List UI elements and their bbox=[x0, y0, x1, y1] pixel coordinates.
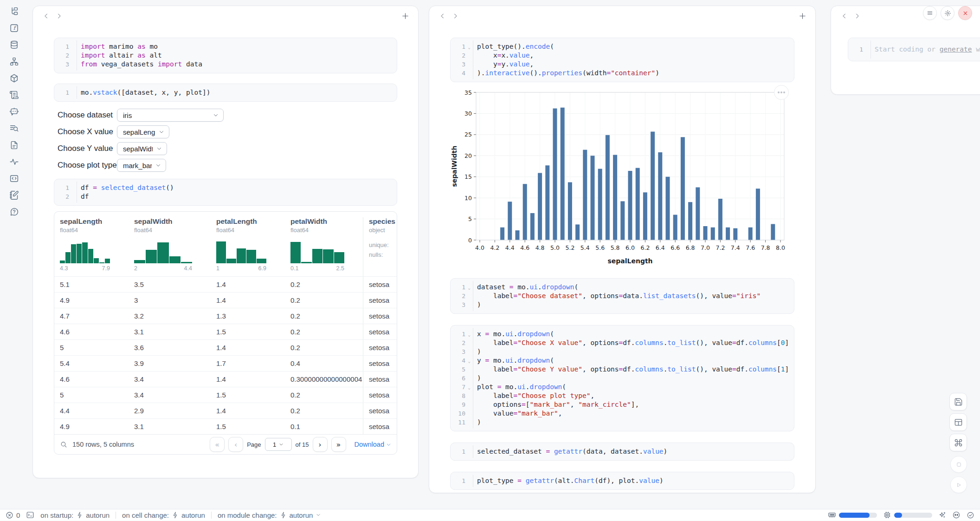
gear-icon bbox=[944, 10, 951, 17]
table-row: 4.63.41.40.30000000000000004setosa bbox=[54, 371, 397, 387]
settings-button[interactable] bbox=[941, 6, 954, 20]
code-line: 1import marimo as mo bbox=[54, 42, 397, 51]
table-cell: 0.30000000000000004 bbox=[285, 375, 363, 383]
help-icon bbox=[9, 207, 19, 217]
column-prev-button[interactable] bbox=[39, 9, 52, 22]
svg-text:4.8: 4.8 bbox=[535, 244, 545, 251]
sidebar-item-scratchpad[interactable] bbox=[0, 187, 28, 203]
fold-chevron-icon[interactable]: ⌄ bbox=[468, 359, 471, 364]
column-prev-button[interactable] bbox=[436, 9, 449, 22]
logs-icon bbox=[9, 90, 19, 100]
code-editor[interactable]: 1mo.vstack([dataset, x, y, plot]) bbox=[54, 84, 397, 102]
table-cell: 4.7 bbox=[54, 312, 129, 320]
column-next-button[interactable] bbox=[449, 9, 462, 22]
menu-button[interactable] bbox=[923, 6, 937, 20]
sidebar-item-packages[interactable] bbox=[0, 70, 28, 86]
sidebar-item-logs[interactable] bbox=[0, 86, 28, 103]
fold-chevron-icon[interactable]: ⌄ bbox=[468, 386, 471, 390]
sidebar-item-variables[interactable] bbox=[0, 120, 28, 137]
choose-plot-type-select[interactable]: mark_bar bbox=[117, 159, 166, 172]
code-line: 2 label="Choose dataset", options=data.l… bbox=[451, 292, 794, 300]
sidebar-item-functions[interactable]: f bbox=[0, 20, 28, 36]
table-row: 53.61.40.2setosa bbox=[54, 339, 397, 355]
last-page-button[interactable]: » bbox=[331, 437, 346, 452]
column-header-petalLength[interactable]: petalLengthfloat6416.9 bbox=[211, 217, 285, 276]
copilot-button[interactable] bbox=[952, 511, 961, 519]
control-label: Choose Y value bbox=[58, 144, 117, 153]
first-page-button[interactable]: « bbox=[210, 437, 225, 452]
table-row: 5.43.91.70.4setosa bbox=[54, 355, 397, 371]
code-editor[interactable]: 1plot_type = getattr(alt.Chart(df), plot… bbox=[450, 472, 794, 490]
code-line: 1Start coding or generate with bbox=[848, 45, 980, 54]
cell-vstack: 1mo.vstack([dataset, x, y, plot]) Choose… bbox=[54, 84, 397, 179]
prev-page-button[interactable]: ‹ bbox=[228, 437, 243, 452]
terminal-button[interactable] bbox=[26, 511, 34, 519]
svg-text:5.6: 5.6 bbox=[595, 244, 605, 251]
sidebar-item-help[interactable] bbox=[0, 203, 28, 220]
bar-chart[interactable]: 051015202530354.04.24.44.64.85.05.25.45.… bbox=[450, 85, 794, 267]
fold-chevron-icon[interactable]: ⌄ bbox=[468, 286, 471, 290]
column-header-species[interactable]: speciesobjectunique:nulls: bbox=[363, 217, 397, 276]
on-cell-change-setting[interactable]: on cell change: autorun bbox=[122, 511, 205, 519]
error-count: 0 bbox=[6, 511, 20, 519]
stop-button[interactable] bbox=[950, 456, 967, 473]
save-button[interactable] bbox=[949, 393, 967, 410]
keyboard-shortcuts-button[interactable] bbox=[949, 434, 967, 451]
column-prev-button[interactable] bbox=[838, 9, 851, 22]
menu-icon bbox=[927, 10, 933, 16]
fold-chevron-icon[interactable]: ⌄ bbox=[468, 46, 471, 50]
connection-status-button[interactable] bbox=[967, 511, 974, 519]
line-number: 4 bbox=[451, 69, 471, 78]
sidebar-item-snippets[interactable] bbox=[0, 170, 28, 187]
new-cell-editor[interactable]: 1Start coding or generate with bbox=[848, 38, 980, 61]
code-editor[interactable]: 1df = selected_dataset()2df bbox=[54, 179, 397, 206]
code-line: 3 y=y.value, bbox=[451, 60, 794, 69]
choose-dataset-select[interactable]: iris bbox=[117, 109, 224, 122]
sidebar-item-tracing[interactable] bbox=[0, 153, 28, 170]
column-header-sepalWidth[interactable]: sepalWidthfloat6424.4 bbox=[129, 217, 211, 276]
chevron-down-icon bbox=[213, 112, 219, 118]
code-editor[interactable]: 1⌄plot_type().encode(2 x=x.value,3 y=y.v… bbox=[450, 38, 794, 82]
code-editor[interactable]: 1⌄x = mo.ui.dropdown(2 label="Choose X v… bbox=[450, 325, 794, 431]
run-button[interactable] bbox=[950, 476, 967, 493]
code-editor[interactable]: 1import marimo as mo2import altair as al… bbox=[54, 38, 397, 73]
close-button[interactable] bbox=[958, 6, 972, 20]
svg-text:6.2: 6.2 bbox=[640, 244, 650, 251]
layout-button[interactable] bbox=[949, 413, 967, 431]
sidebar-item-file-tree[interactable] bbox=[0, 3, 28, 20]
control-row: Choose Y valuesepalWidth bbox=[58, 142, 393, 156]
add-cell-button[interactable] bbox=[399, 9, 412, 22]
choose-x-value-select[interactable]: sepalLength bbox=[117, 125, 169, 138]
choose-y-value-select[interactable]: sepalWidth bbox=[117, 142, 167, 155]
column-next-button[interactable] bbox=[851, 9, 864, 22]
code-line: 2df bbox=[54, 192, 397, 201]
code-snippets-icon bbox=[9, 174, 19, 183]
marimo-app: f 1import marimo as mo2import altair as … bbox=[0, 0, 980, 521]
on-module-change-setting[interactable]: on module change: autorun bbox=[218, 511, 321, 519]
download-button[interactable]: Download bbox=[355, 441, 392, 448]
sidebar-item-dependencies[interactable] bbox=[0, 53, 28, 70]
search-list-icon bbox=[9, 124, 19, 133]
on-startup-setting[interactable]: on startup: autorun bbox=[40, 511, 110, 519]
cell-options-button[interactable] bbox=[774, 85, 789, 100]
table-cell: setosa bbox=[363, 277, 397, 292]
add-cell-button[interactable] bbox=[796, 9, 809, 22]
sidebar-item-ai-chat[interactable] bbox=[0, 103, 28, 120]
line-number: 10 bbox=[451, 409, 471, 418]
next-page-button[interactable]: › bbox=[313, 437, 328, 452]
column-header-sepalLength[interactable]: sepalLengthfloat644.37.9 bbox=[54, 217, 129, 276]
column-header-petalWidth[interactable]: petalWidthfloat640.12.5 bbox=[285, 217, 363, 276]
ai-features-button[interactable] bbox=[938, 511, 946, 519]
fold-chevron-icon[interactable]: ⌄ bbox=[468, 333, 471, 337]
code-editor[interactable]: 1⌄dataset = mo.ui.dropdown(2 label="Choo… bbox=[450, 278, 794, 314]
column-next-button[interactable] bbox=[52, 9, 65, 22]
search-icon[interactable] bbox=[60, 441, 68, 449]
chevron-down-icon bbox=[155, 163, 161, 168]
code-editor[interactable]: 1selected_dataset = getattr(data, datase… bbox=[450, 443, 794, 461]
scratchpad-icon bbox=[9, 190, 19, 200]
line-number: 2 bbox=[54, 192, 75, 201]
sidebar-item-datasources[interactable] bbox=[0, 36, 28, 53]
sidebar-item-documentation[interactable] bbox=[0, 137, 28, 153]
page-select[interactable]: 1 bbox=[265, 438, 292, 451]
file-tree-icon bbox=[9, 7, 19, 16]
